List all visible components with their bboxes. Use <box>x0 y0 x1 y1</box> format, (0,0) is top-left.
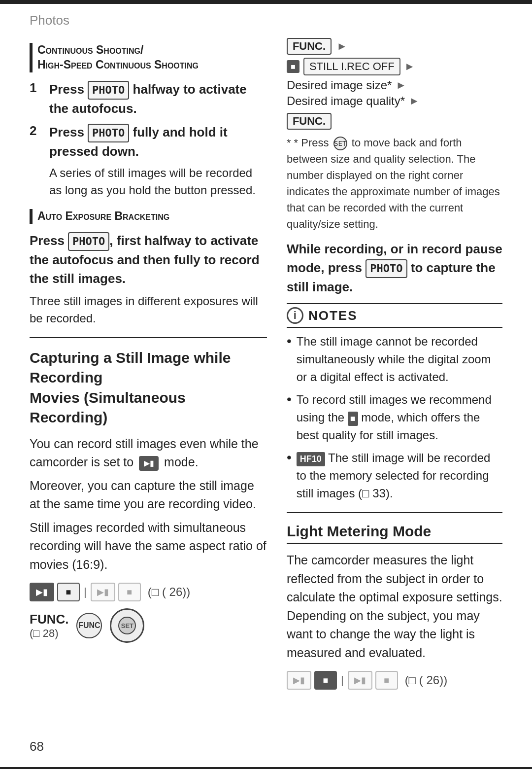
footnote-rest: to move back and forth between size and … <box>287 137 500 230</box>
main-title-line1: Capturing a Still Image while Recording <box>30 350 231 386</box>
bold-instruction: While recording, or in record pause mode… <box>287 240 502 296</box>
set-joystick-icon: SET <box>110 608 144 643</box>
light-body: The camcorder measures the light reflect… <box>287 551 502 662</box>
main-section-title: Capturing a Still Image while Recording … <box>30 348 267 428</box>
page-header: Photos <box>0 4 532 33</box>
body2: Moreover, you can capture the still imag… <box>30 477 267 514</box>
aeb-pre: Press <box>30 233 68 248</box>
func-ref1: (□ ( 28)28) <box>30 627 68 640</box>
light-title: Light Metering Mode <box>287 523 502 544</box>
right-column: FUNC. ► ◼ STILL I.REC OFF ► Desired imag… <box>287 38 502 695</box>
light-mode-icons-row: ▶▮ ■ | ▶▮ ■ (□ ( 26)) <box>287 671 502 690</box>
footnote-press: * Press <box>294 137 329 149</box>
step1-num: 1 <box>30 80 43 96</box>
note3-text: HF10 The still image will be recorded to… <box>297 449 502 502</box>
section1-heading-line2: High-Speed Continuous Shooting <box>37 58 199 71</box>
bottom-bar <box>0 767 532 769</box>
func-box-label: FUNC. <box>287 38 332 55</box>
movie-mode-icon: ▶▮ <box>139 456 159 471</box>
body1-mode: mode. <box>164 455 198 469</box>
note3: • HF10 The still image will be recorded … <box>287 449 502 502</box>
still-rec-row: ◼ STILL I.REC OFF ► <box>287 58 502 75</box>
mode-sep1: | <box>83 586 88 598</box>
main-title-line2: Movies (Simultaneous Recording) <box>30 389 186 426</box>
desired-size-row: Desired image size* ► <box>287 78 502 92</box>
aeb-photo-btn: PHOTO <box>68 232 109 251</box>
func-label: FUNC. <box>30 612 68 627</box>
still-rec-off-icon: ◼ <box>287 60 299 73</box>
header-text: Photos <box>30 13 69 28</box>
step2-content: Press PHOTO fully and hold it pressed do… <box>49 123 267 204</box>
arrow-right2-icon: ► <box>404 60 415 73</box>
step1: 1 Press PHOTO halfway to activate the au… <box>30 80 267 118</box>
section1-heading: Continuous Shooting/ High-Speed Continuo… <box>30 43 267 72</box>
light-mode-icon4: ■ <box>375 671 398 690</box>
light-mode-icon2: ■ <box>314 671 337 690</box>
page-number: 68 <box>30 739 44 754</box>
top-bar <box>0 0 532 4</box>
notes-info-icon: i <box>287 307 303 324</box>
light-mode-icon1: ▶▮ <box>287 671 311 690</box>
section2-heading-text: Auto Exposure Bracketing <box>37 210 169 222</box>
divider-right <box>287 512 502 513</box>
step2-photo-btn: PHOTO <box>88 124 129 142</box>
arrow-right3-icon: ► <box>396 79 406 92</box>
body1: You can record still images even while t… <box>30 435 267 472</box>
divider1 <box>30 337 267 338</box>
func-menu-row2: FUNC. <box>287 113 502 130</box>
footnote-star: * <box>287 137 294 149</box>
desired-quality-text: Desired image quality* <box>287 94 405 108</box>
step2-pre: Press <box>49 125 88 140</box>
bullet1-dot: • <box>287 333 292 350</box>
step2: 2 Press PHOTO fully and hold it pressed … <box>30 123 267 204</box>
section1-heading-line1: Continuous Shooting/ <box>37 43 143 56</box>
arrow-right4-icon: ► <box>409 95 420 107</box>
mode-icon-photo2: ■ <box>118 583 141 601</box>
desired-quality-row: Desired image quality* ► <box>287 94 502 108</box>
left-column: Continuous Shooting/ High-Speed Continuo… <box>30 38 267 695</box>
bullet3-dot: • <box>287 449 292 466</box>
aeb-instruction: Press PHOTO, first halfway to activate t… <box>30 232 267 288</box>
step1-content: Press PHOTO halfway to activate the auto… <box>49 80 267 118</box>
func-box-label2: FUNC. <box>287 113 332 130</box>
note2-text: To record still images we recommend usin… <box>297 391 502 444</box>
note1: • The still image cannot be recorded sim… <box>287 333 502 386</box>
mode-ref: (□ ( 26)) <box>148 585 191 599</box>
notes-title: NOTES <box>308 308 358 323</box>
body3: Still images recorded with simultaneous … <box>30 519 267 574</box>
light-mode-sep: | <box>340 674 345 687</box>
mode-icons-row: ▶▮ ■ | ▶▮ ■ (□ ( 26)) <box>30 583 267 601</box>
note1-text: The still image cannot be recorded simul… <box>297 333 502 386</box>
mode-icon-movie: ▶▮ <box>30 583 54 601</box>
step2-num: 2 <box>30 123 43 139</box>
footnote: * * Press SET to move back and forth bet… <box>287 135 502 232</box>
set-btn: SET <box>333 137 347 150</box>
page-content: Continuous Shooting/ High-Speed Continuo… <box>0 33 532 714</box>
mode-icon-movie2: ▶▮ <box>91 583 115 601</box>
camera-icon: ■ <box>348 412 358 426</box>
bullet2-dot: • <box>287 391 292 408</box>
light-mode-ref: (□ ( 26)) <box>405 673 448 687</box>
mode-icon-photo: ■ <box>57 583 80 601</box>
desired-size-text: Desired image size* <box>287 78 392 92</box>
hf10-badge: HF10 <box>297 452 325 466</box>
still-rec-text: STILL I.REC OFF <box>309 60 395 73</box>
still-rec-box: STILL I.REC OFF <box>303 58 400 75</box>
set-inner: SET <box>118 617 136 634</box>
section2-heading: Auto Exposure Bracketing <box>30 209 267 224</box>
bold-photo-btn: PHOTO <box>366 259 407 278</box>
step2-sub: A series of still images will be recorde… <box>49 165 267 199</box>
func-menu-row: FUNC. ► <box>287 38 502 55</box>
light-mode-icon3: ▶▮ <box>348 671 372 690</box>
aeb-sub: Three still images in different exposure… <box>30 293 267 327</box>
notes-section: i NOTES • The still image cannot be reco… <box>287 303 502 502</box>
step1-pre: Press <box>49 82 88 97</box>
notes-header: i NOTES <box>287 303 502 328</box>
note2: • To record still images we recommend us… <box>287 391 502 444</box>
step1-photo-btn: PHOTO <box>88 81 129 100</box>
func-button[interactable]: FUNC <box>76 613 102 638</box>
arrow-right-icon: ► <box>336 40 347 53</box>
func-row: FUNC. (□ ( 28)28) FUNC SET <box>30 608 267 643</box>
